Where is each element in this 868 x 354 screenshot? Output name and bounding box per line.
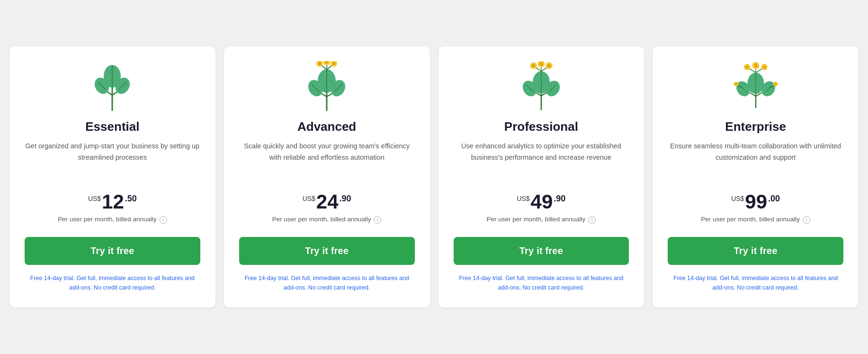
price-note-professional: Per user per month, billed annually i [487, 215, 596, 224]
svg-point-68 [734, 83, 737, 85]
svg-point-42 [539, 63, 543, 66]
price-main-professional: 49 [531, 192, 553, 212]
price-block-advanced: US$ 24 .90 [303, 192, 351, 212]
pricing-section: Essential Get organized and jump-start y… [9, 46, 859, 307]
trial-note-advanced: Free 14-day trial. Get full, immediate a… [239, 273, 415, 292]
svg-line-64 [756, 68, 763, 73]
price-section-essential: US$ 12 .50 Per user per month, billed an… [25, 192, 200, 226]
price-block-essential: US$ 12 .50 [88, 192, 137, 212]
price-currency-essential: US$ [88, 192, 101, 202]
enterprise-icon [732, 64, 779, 111]
try-free-button-essential[interactable]: Try it free [25, 237, 200, 265]
info-icon-advanced[interactable]: i [374, 216, 381, 224]
price-main-advanced: 24 [316, 192, 339, 212]
trial-note-essential: Free 14-day trial. Get full, immediate a… [25, 273, 200, 292]
svg-point-70 [774, 83, 777, 85]
price-decimal-essential: .50 [125, 192, 137, 204]
pricing-card-essential: Essential Get organized and jump-start y… [9, 46, 215, 307]
svg-line-58 [749, 68, 756, 73]
info-icon-enterprise[interactable]: i [803, 216, 810, 224]
svg-point-63 [754, 64, 758, 68]
advanced-icon [303, 64, 350, 111]
plan-name-enterprise: Enterprise [725, 119, 786, 134]
svg-point-45 [547, 64, 551, 67]
price-currency-professional: US$ [517, 192, 529, 202]
price-note-advanced: Per user per month, billed annually i [272, 215, 382, 224]
price-note-essential: Per user per month, billed annually i [58, 215, 167, 224]
price-decimal-professional: .90 [554, 192, 565, 204]
plan-name-essential: Essential [85, 119, 139, 134]
trial-note-professional: Free 14-day trial. Get full, immediate a… [454, 273, 629, 292]
price-currency-enterprise: US$ [731, 192, 744, 202]
price-section-advanced: US$ 24 .90 Per user per month, billed an… [239, 192, 415, 226]
info-icon-professional[interactable]: i [588, 216, 596, 224]
plan-description-essential: Get organized and jump-start your busine… [25, 141, 200, 179]
plan-description-enterprise: Ensure seamless multi-team collaboration… [668, 141, 843, 179]
try-free-button-professional[interactable]: Try it free [454, 237, 629, 265]
price-main-essential: 12 [102, 192, 124, 212]
price-block-enterprise: US$ 99 .00 [731, 192, 780, 212]
price-decimal-advanced: .90 [340, 192, 351, 204]
svg-point-20 [318, 62, 322, 65]
price-decimal-enterprise: .00 [768, 192, 780, 204]
trial-note-enterprise: Free 14-day trial. Get full, immediate a… [668, 273, 843, 292]
pricing-card-advanced: Advanced Scale quickly and boost your gr… [224, 46, 430, 307]
svg-point-26 [332, 62, 336, 65]
svg-point-39 [532, 64, 535, 67]
plan-description-advanced: Scale quickly and boost your growing tea… [239, 141, 415, 179]
svg-point-60 [745, 66, 749, 69]
plan-name-professional: Professional [504, 119, 578, 134]
pricing-card-enterprise: Enterprise Ensure seamless multi-team co… [653, 46, 859, 307]
price-note-enterprise: Per user per month, billed annually i [701, 215, 810, 224]
price-section-enterprise: US$ 99 .00 Per user per month, billed an… [668, 192, 843, 226]
try-free-button-advanced[interactable]: Try it free [239, 237, 415, 265]
price-currency-advanced: US$ [303, 192, 315, 202]
try-free-button-enterprise[interactable]: Try it free [668, 237, 843, 265]
pricing-card-professional: Professional Use enhanced analytics to o… [438, 46, 644, 307]
plan-name-advanced: Advanced [297, 119, 356, 134]
price-block-professional: US$ 49 .90 [517, 192, 565, 212]
essential-icon [89, 64, 136, 111]
price-section-professional: US$ 49 .90 Per user per month, billed an… [454, 192, 629, 226]
professional-icon [518, 64, 565, 111]
price-main-enterprise: 99 [745, 192, 767, 212]
plan-description-professional: Use enhanced analytics to optimize your … [454, 141, 629, 179]
info-icon-essential[interactable]: i [160, 216, 167, 224]
svg-point-66 [763, 66, 766, 69]
